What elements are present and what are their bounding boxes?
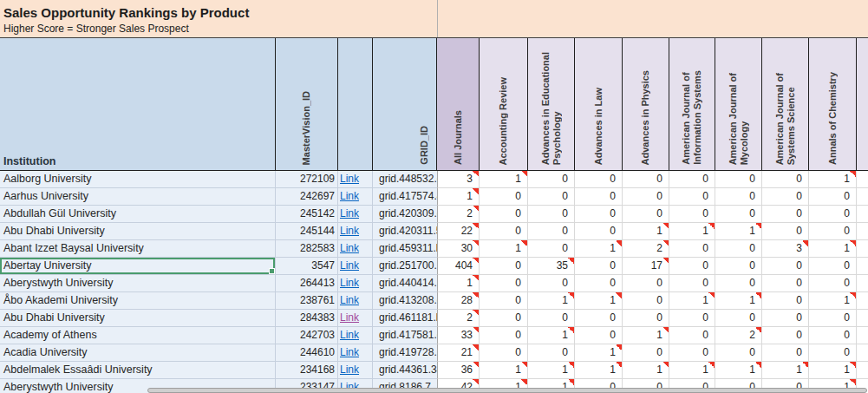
grid-id-cell[interactable]: grid.419728.1	[373, 344, 437, 362]
value-cell[interactable]: 21	[437, 344, 480, 362]
link-cell[interactable]: Link	[338, 258, 373, 275]
institution-cell[interactable]: Aalborg University	[0, 171, 276, 188]
mastervision-id-cell[interactable]: 245144	[276, 223, 338, 240]
link-cell[interactable]: Link	[338, 223, 373, 240]
value-cell[interactable]: 1	[809, 292, 857, 310]
value-cell[interactable]: 0	[762, 292, 809, 310]
value-cell[interactable]: 0	[809, 310, 857, 327]
column-header-institution[interactable]: Institution	[0, 38, 276, 171]
value-cell[interactable]: 33	[437, 327, 480, 344]
value-cell[interactable]: 0	[575, 188, 623, 206]
value-cell[interactable]: 1	[480, 240, 528, 258]
value-cell[interactable]: 0	[623, 206, 669, 223]
mastervision-id-cell[interactable]: 245142	[276, 206, 338, 223]
institution-cell[interactable]: Aberystwyth University	[0, 275, 276, 292]
value-cell[interactable]: 0	[575, 310, 623, 327]
value-cell[interactable]: 1	[528, 362, 575, 379]
link-cell[interactable]: Link	[338, 327, 373, 344]
value-cell[interactable]: 0	[669, 344, 715, 362]
hyperlink[interactable]: Link	[340, 242, 359, 254]
value-cell[interactable]: 1	[437, 188, 480, 206]
horizontal-scrollbar[interactable]	[147, 388, 867, 393]
value-cell[interactable]: 0	[480, 327, 528, 344]
grid-id-cell[interactable]: grid.448532.c	[373, 171, 437, 188]
partial-cell[interactable]	[857, 327, 868, 344]
value-cell[interactable]: 0	[669, 310, 715, 327]
partial-cell[interactable]	[857, 171, 868, 188]
value-cell[interactable]: 0	[809, 327, 857, 344]
mastervision-id-cell[interactable]: 242697	[276, 188, 338, 206]
value-cell[interactable]: 0	[480, 275, 528, 292]
grid-id-cell[interactable]: grid.459311.b	[373, 240, 437, 258]
value-cell[interactable]: 0	[762, 258, 809, 275]
value-cell[interactable]: 0	[528, 223, 575, 240]
link-cell[interactable]: Link	[338, 344, 373, 362]
value-cell[interactable]: 0	[528, 188, 575, 206]
value-cell[interactable]: 1	[809, 240, 857, 258]
value-cell[interactable]: 0	[575, 171, 623, 188]
value-cell[interactable]: 1	[575, 344, 623, 362]
partial-cell[interactable]	[857, 240, 868, 258]
value-cell[interactable]: 0	[809, 275, 857, 292]
value-cell[interactable]: 0	[669, 188, 715, 206]
value-cell[interactable]: 0	[715, 188, 762, 206]
mastervision-id-cell[interactable]: 272109	[276, 171, 338, 188]
value-cell[interactable]: 0	[623, 188, 669, 206]
value-cell[interactable]: 17	[623, 258, 669, 275]
column-header-journal[interactable]: Advances in Educational Psychology	[528, 38, 575, 171]
mastervision-id-cell[interactable]: 264413	[276, 275, 338, 292]
mastervision-id-cell[interactable]: 238761	[276, 292, 338, 310]
column-header-journal[interactable]: American Journal of Mycology	[715, 38, 762, 171]
value-cell[interactable]: 0	[480, 258, 528, 275]
column-header-journal[interactable]: Accounting Review	[480, 38, 528, 171]
column-header-grid-id[interactable]: GRID_ID	[373, 38, 437, 171]
value-cell[interactable]: 1	[528, 292, 575, 310]
value-cell[interactable]: 0	[669, 171, 715, 188]
value-cell[interactable]: 0	[762, 344, 809, 362]
column-header-journal[interactable]: American Journal of Information Systems	[669, 38, 715, 171]
value-cell[interactable]: 0	[715, 171, 762, 188]
value-cell[interactable]: 1	[715, 223, 762, 240]
value-cell[interactable]: 0	[575, 258, 623, 275]
value-cell[interactable]: 3	[437, 171, 480, 188]
hyperlink[interactable]: Link	[340, 207, 359, 219]
value-cell[interactable]: 0	[669, 240, 715, 258]
value-cell[interactable]: 0	[528, 171, 575, 188]
hyperlink[interactable]: Link	[340, 173, 359, 185]
partial-cell[interactable]	[857, 258, 868, 275]
institution-cell[interactable]: Abdullah Gül University	[0, 206, 276, 223]
value-cell[interactable]: 28	[437, 292, 480, 310]
link-cell[interactable]: Link	[338, 275, 373, 292]
value-cell[interactable]: 3	[762, 240, 809, 258]
institution-cell[interactable]: Academy of Athens	[0, 327, 276, 344]
value-cell[interactable]: 0	[669, 327, 715, 344]
grid-id-cell[interactable]: grid.440414.1	[373, 275, 437, 292]
value-cell[interactable]: 2	[623, 240, 669, 258]
value-cell[interactable]: 1	[575, 362, 623, 379]
value-cell[interactable]: 30	[437, 240, 480, 258]
value-cell[interactable]: 0	[809, 344, 857, 362]
hyperlink[interactable]: Link	[340, 259, 359, 272]
value-cell[interactable]: 1	[715, 292, 762, 310]
mastervision-id-cell[interactable]: 244610	[276, 344, 338, 362]
hyperlink[interactable]: Link	[340, 294, 359, 306]
value-cell[interactable]: 0	[528, 310, 575, 327]
value-cell[interactable]: 0	[715, 240, 762, 258]
value-cell[interactable]: 0	[623, 171, 669, 188]
value-cell[interactable]: 0	[575, 223, 623, 240]
institution-cell[interactable]: Aarhus University	[0, 188, 276, 206]
value-cell[interactable]: 0	[762, 275, 809, 292]
partial-cell[interactable]	[857, 188, 868, 206]
value-cell[interactable]: 0	[762, 223, 809, 240]
mastervision-id-cell[interactable]: 234168	[276, 362, 338, 379]
value-cell[interactable]: 1	[437, 275, 480, 292]
value-cell[interactable]: 0	[715, 310, 762, 327]
grid-id-cell[interactable]: grid.44361.34	[373, 362, 437, 379]
value-cell[interactable]: 0	[575, 275, 623, 292]
link-cell[interactable]: Link	[338, 310, 373, 327]
value-cell[interactable]: 0	[669, 275, 715, 292]
column-header-link[interactable]	[338, 38, 373, 171]
hyperlink[interactable]: Link	[340, 346, 359, 358]
value-cell[interactable]: 36	[437, 362, 480, 379]
hyperlink[interactable]: Link	[340, 225, 359, 237]
